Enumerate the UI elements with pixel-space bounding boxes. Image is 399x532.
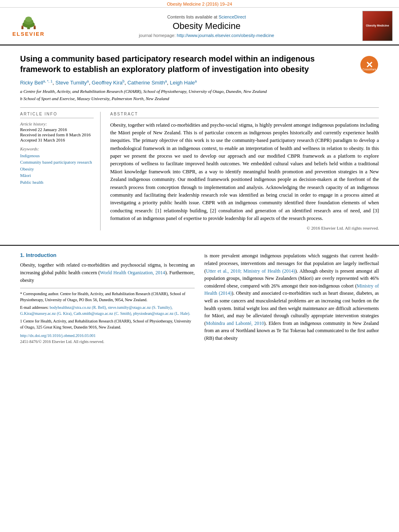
affiliations: a Centre for Health, Activity, and Rehab… <box>20 88 379 102</box>
keyword-1: Indigenous <box>20 152 94 159</box>
keyword-2: Community based participatory research <box>20 159 94 166</box>
article-title-section: Using a community based participatory re… <box>20 53 379 74</box>
keyword-4: Māori <box>20 172 94 179</box>
homepage-url[interactable]: http://www.journals.elsevier.com/obesity… <box>177 33 274 38</box>
intro-para1: Obesity, together with related co-morbid… <box>20 261 195 284</box>
article-history: Article history: Received 22 January 201… <box>20 121 94 142</box>
svg-text:CrossMark: CrossMark <box>362 68 376 71</box>
journal-title: Obesity Medicine <box>51 21 362 31</box>
abstract-label: ABSTRACT <box>110 112 379 118</box>
main-divider <box>0 245 399 246</box>
author-leigh-hale: Leigh Hale <box>170 80 195 86</box>
elsevier-logo: ELSEVIER <box>6 15 51 37</box>
journal-homepage: journal homepage: http://www.journals.el… <box>51 33 362 38</box>
sciencedirect-link[interactable]: ScienceDirect <box>218 14 246 19</box>
abstract-text: Obesity, together with related co-morbid… <box>110 121 379 223</box>
issn-line: 2451-8476/© 2016 Elsevier Ltd. All right… <box>20 339 195 345</box>
body-two-col: 1. Introduction Obesity, together with r… <box>20 252 379 345</box>
keyword-5: Public health <box>20 179 94 186</box>
article-title: Using a community based participatory re… <box>20 53 360 74</box>
journal-header: Obesity Medicine 2 (2016) 19–24 ELSEVIER <box>0 0 399 45</box>
received-date: Received 22 January 2016 <box>20 127 94 132</box>
footnote-1: 1 Centre for Health, Activity, and Rehab… <box>20 318 195 330</box>
author-geoffrey-kira: Geoffrey Kira <box>92 80 122 86</box>
svg-point-3 <box>25 16 32 22</box>
body-right-column: is more prevalent amongst indigenous pop… <box>204 252 379 345</box>
author-ricky-bell: Ricky Bell <box>20 80 43 86</box>
footnotes-section: * Corresponding author. Centre for Healt… <box>20 288 195 345</box>
footnote-email: E-mail addresses: bodyhealthnz@xtra.co.n… <box>20 304 195 316</box>
journal-citation: Obesity Medicine 2 (2016) 19–24 <box>0 0 399 7</box>
section-divider <box>20 107 379 108</box>
crossmark-logo[interactable]: ✕ CrossMark <box>360 55 379 74</box>
body-content: 1. Introduction Obesity, together with r… <box>0 252 399 345</box>
keywords-section: Keywords: Indigenous Community based par… <box>20 146 94 186</box>
authors-line: Ricky Bella, *, 1, Steve Tumiltya, Geoff… <box>20 79 379 86</box>
journal-thumbnail: Obesity Medicine <box>362 11 393 41</box>
history-label: Article history: <box>20 121 94 126</box>
intro-heading: 1. Introduction <box>20 252 195 258</box>
keyword-3: Obesity <box>20 166 94 173</box>
article-content: Using a community based participatory re… <box>0 45 399 238</box>
sciencedirect-label: Contents lists available at ScienceDirec… <box>51 14 362 19</box>
cite-mohindra[interactable]: Mohindra and Labonté, 2010 <box>206 320 264 326</box>
journal-banner: ELSEVIER Contents lists available at Sci… <box>0 7 399 45</box>
article-info-column: ARTICLE INFO Article history: Received 2… <box>20 112 101 231</box>
body-left-column: 1. Introduction Obesity, together with r… <box>20 252 195 345</box>
article-info-label: ARTICLE INFO <box>20 112 94 118</box>
cite-who[interactable]: World Health Organization, 2014 <box>100 270 165 275</box>
svg-rect-7 <box>34 27 36 29</box>
keywords-label: Keywords: <box>20 146 94 151</box>
abstract-column: ABSTRACT Obesity, together with related … <box>110 112 379 231</box>
svg-rect-6 <box>21 27 23 29</box>
footnote-corresponding: * Corresponding author. Centre for Healt… <box>20 291 195 303</box>
cite-utter[interactable]: Utter et al., 2010; Ministry of Health (… <box>206 268 295 274</box>
journal-center-info: Contents lists available at ScienceDirec… <box>51 14 362 38</box>
affiliation-b: b School of Sport and Exercise, Massey U… <box>20 95 379 103</box>
accepted-date: Accepted 31 March 2016 <box>20 138 94 142</box>
affiliation-a: a Centre for Health, Activity, and Rehab… <box>20 88 379 95</box>
revised-date: Received in revised form 8 March 2016 <box>20 132 94 137</box>
copyright-line: © 2016 Elsevier Ltd. All rights reserved… <box>110 226 379 230</box>
elsevier-text: ELSEVIER <box>12 31 45 37</box>
doi-link[interactable]: http://dx.doi.org/10.1016/j.obmed.2016.0… <box>20 333 195 339</box>
author-steve-tumilty: Steve Tumilty <box>56 80 87 86</box>
author-catherine-smith: Catherine Smith <box>128 80 165 86</box>
info-abstract-section: ARTICLE INFO Article history: Received 2… <box>20 112 379 231</box>
intro-para2: is more prevalent amongst indigenous pop… <box>204 252 379 342</box>
cite-moh[interactable]: Ministry of Health (2014) <box>204 283 379 296</box>
